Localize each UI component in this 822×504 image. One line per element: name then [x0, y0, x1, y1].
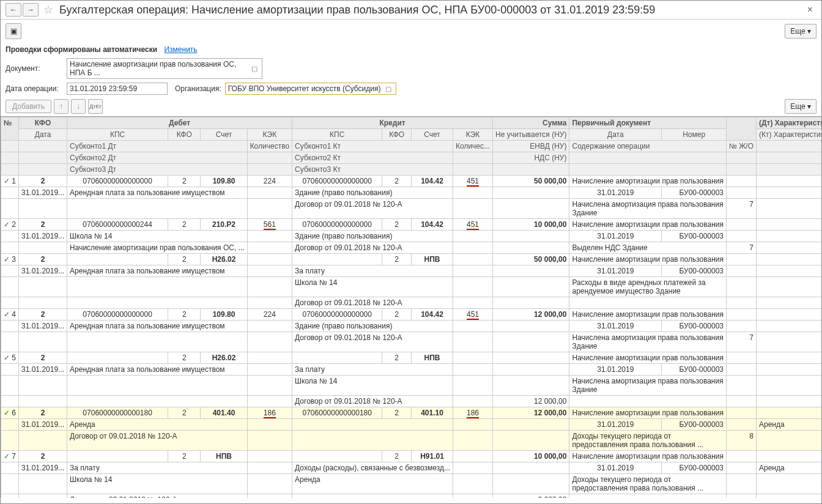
table-row[interactable]: ✓ 522Н26.022НПВНачисление амортизации пр… — [1, 352, 822, 364]
change-link[interactable]: Изменить — [164, 45, 197, 54]
table-row[interactable]: 31.01.2019...Арендная плата за пользован… — [1, 265, 822, 277]
dtkt-button[interactable]: ДтКт — [88, 99, 103, 114]
nav-forward-button[interactable]: → — [23, 3, 39, 17]
check-icon: ✓ — [4, 177, 10, 185]
auto-label: Проводки сформированы автоматически — [6, 45, 157, 54]
table-row[interactable]: ✓ 42070600000000000002109.80224070600000… — [1, 309, 822, 321]
record-button[interactable]: ▣ — [6, 23, 21, 39]
nav-back-button[interactable]: ← — [6, 3, 21, 17]
more-button-bottom[interactable]: Еще ▾ — [785, 99, 816, 114]
check-icon: ✓ — [4, 220, 10, 229]
open-icon[interactable]: ▢ — [383, 85, 393, 93]
table-row[interactable]: Школа № 14АрендаДоходы текущего периода … — [1, 474, 822, 494]
col-sum[interactable]: Сумма — [493, 117, 569, 129]
table-row[interactable]: 31.01.2019...Школа № 14Здание (право пол… — [1, 231, 822, 242]
check-icon: ✓ — [4, 409, 10, 417]
org-label: Организация: — [175, 84, 221, 93]
check-icon: ✓ — [4, 354, 10, 362]
table-row[interactable]: Договор от 09.01.2018 № 120-А — [1, 297, 822, 309]
org-input[interactable]: ГОБУ ВПО Университет искусств (Субсидия)… — [225, 83, 396, 95]
table-row[interactable]: Договор от 09.01.2018 № 120-АНачислена а… — [1, 332, 822, 352]
table-row[interactable]: ✓ 62070600000000001802401.40186070600000… — [1, 407, 822, 419]
table-row[interactable]: ✓ 22070600000000002442210.Р2561070600000… — [1, 219, 822, 231]
table-row[interactable]: ✓ 322Н26.022НПВ50 000,00Начисление аморт… — [1, 254, 822, 265]
table-row[interactable]: Договор от 09.01.2018 № 120-А2 000,00 — [1, 494, 822, 498]
date-input[interactable]: 31.01.2019 23:59:59 — [67, 83, 168, 95]
col-debit[interactable]: Дебет — [67, 117, 292, 129]
table-row[interactable]: Школа № 14Начислена амортизация права по… — [1, 376, 822, 396]
open-icon[interactable]: ▢ — [250, 65, 259, 73]
col-n[interactable]: № — [1, 117, 19, 141]
table-row[interactable]: Школа № 14Расходы в виде арендных платеж… — [1, 277, 822, 297]
table-row[interactable]: ✓ 12070600000000000002109.80224070600000… — [1, 176, 822, 187]
favorite-icon[interactable]: ☆ — [43, 3, 53, 17]
check-icon: ✓ — [4, 255, 10, 264]
table-row[interactable]: 31.01.2019...Арендная плата за пользован… — [1, 321, 822, 332]
page-title: Бухгалтерская операция: Начисление аморт… — [59, 4, 804, 17]
table-row[interactable]: 31.01.2019...За платуДоходы (расходы), с… — [1, 462, 822, 474]
col-credit[interactable]: Кредит — [292, 117, 493, 129]
close-button[interactable]: × — [804, 4, 816, 15]
more-button-top[interactable]: Еще ▾ — [785, 24, 816, 39]
col-kfo[interactable]: КФО — [19, 117, 67, 129]
col-dt-char[interactable]: (Дт) Характеристика — [756, 117, 821, 129]
col-primary[interactable]: Первичный документ — [569, 117, 727, 129]
check-icon: ✓ — [4, 452, 10, 461]
table-row[interactable]: 31.01.2019...Аренда31.01.2019БУ00-000003… — [1, 419, 822, 431]
table-row[interactable]: Договор от 09.01.2018 № 120-АДоходы теку… — [1, 431, 822, 451]
move-up-button[interactable]: ↑ — [54, 99, 68, 114]
table-row[interactable]: 31.01.2019...Арендная плата за пользован… — [1, 364, 822, 376]
table-row[interactable]: Договор от 09.01.2018 № 120-АНачислена а… — [1, 199, 822, 219]
document-label: Документ: — [6, 64, 67, 73]
table-row[interactable]: ✓ 722НПВ2Н91.0110 000,00Начисление аморт… — [1, 451, 822, 462]
move-down-button[interactable]: ↓ — [71, 99, 86, 114]
entries-table[interactable]: № КФО Дебет Кредит Сумма Первичный докум… — [1, 116, 821, 498]
date-label: Дата операции: — [6, 84, 67, 93]
check-icon: ✓ — [4, 310, 10, 319]
document-input[interactable]: Начисление амортизации прав пользования … — [67, 58, 262, 79]
table-row[interactable]: 31.01.2019...Арендная плата за пользован… — [1, 187, 822, 199]
table-row[interactable]: Начисление амортизации прав пользования … — [1, 242, 822, 254]
add-button[interactable]: Добавить — [6, 100, 51, 113]
table-row[interactable]: Договор от 09.01.2018 № 120-А12 000,00 — [1, 396, 822, 407]
